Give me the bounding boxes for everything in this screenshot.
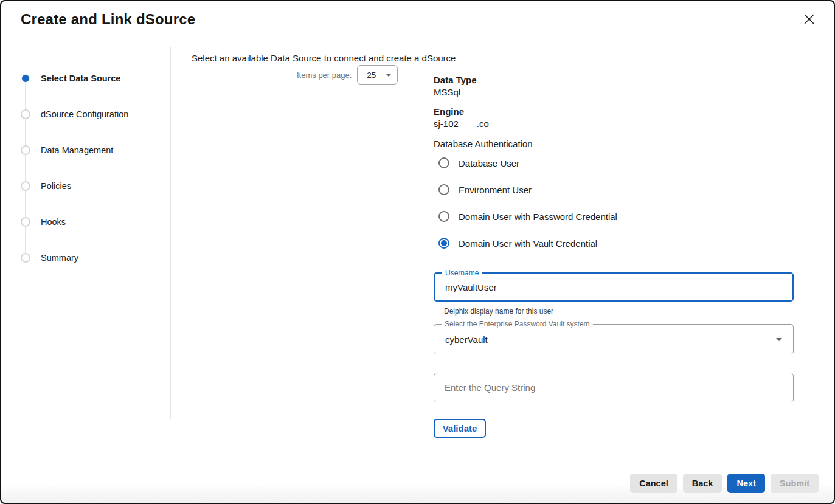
query-string-input[interactable] (434, 373, 793, 402)
header-divider (1, 47, 834, 47)
sidebar-step-select-data-source[interactable]: Select Data Source (21, 69, 120, 88)
step-label: Select Data Source (41, 74, 120, 83)
page-title: Create and Link dSource (21, 11, 195, 28)
radio-unselected-icon (438, 157, 449, 168)
data-type-label: Data Type (434, 75, 477, 85)
items-per-page-select[interactable]: 25 (357, 65, 398, 85)
radio-database-user[interactable]: Database User (438, 156, 519, 170)
items-per-page-label: Items per page: (297, 71, 352, 80)
step-label: dSource Configuration (41, 109, 128, 119)
sidebar-step-dsource-configuration[interactable]: dSource Configuration (21, 105, 128, 123)
sidebar-step-hooks[interactable]: Hooks (21, 213, 66, 231)
radio-unselected-icon (438, 184, 449, 195)
step-dot-icon (21, 109, 30, 119)
step-label: Summary (41, 253, 78, 263)
step-dot-icon (21, 253, 30, 263)
validate-button[interactable]: Validate (434, 419, 486, 438)
create-dsource-dialog: Create and Link dSource Select Data Sour… (0, 0, 835, 504)
close-icon (803, 13, 816, 27)
vertical-divider (170, 47, 171, 419)
vault-system-label: Select the Enterprise Password Vault sys… (442, 320, 593, 328)
pagination-controls: Items per page: 25 (297, 65, 398, 85)
step-label: Data Management (41, 145, 113, 155)
sidebar-step-summary[interactable]: Summary (21, 249, 78, 267)
data-type-value: MSSql (434, 87, 460, 97)
step-dot-icon (21, 217, 30, 227)
step-active-dot-icon (21, 74, 30, 83)
step-label: Policies (41, 181, 71, 191)
content-subtitle: Select an available Data Source to conne… (192, 53, 456, 63)
close-button[interactable] (800, 11, 818, 29)
step-label: Hooks (41, 217, 66, 227)
username-input[interactable] (435, 274, 792, 300)
back-button[interactable]: Back (683, 474, 722, 493)
username-field-label: Username (442, 269, 482, 277)
cancel-button[interactable]: Cancel (630, 474, 677, 493)
query-string-field-container (434, 373, 794, 402)
radio-unselected-icon (438, 211, 449, 222)
engine-label: Engine (434, 106, 464, 117)
vault-system-value: cyberVault (445, 334, 488, 345)
radio-domain-user-vault[interactable]: Domain User with Vault Credential (438, 236, 597, 250)
items-per-page-value: 25 (367, 71, 376, 80)
step-dot-icon (21, 181, 30, 191)
next-button[interactable]: Next (727, 474, 764, 493)
sidebar-step-data-management[interactable]: Data Management (21, 141, 113, 159)
radio-domain-user-password[interactable]: Domain User with Password Credential (438, 210, 617, 223)
radio-selected-icon (438, 238, 449, 249)
step-dot-icon (21, 145, 30, 155)
vault-system-select[interactable]: Select the Enterprise Password Vault sys… (434, 324, 794, 354)
username-field-container: Username (434, 272, 794, 302)
username-helper-text: Delphix display name for this user (444, 307, 553, 316)
database-authentication-heading: Database Authentication (434, 139, 533, 149)
radio-environment-user[interactable]: Environment User (438, 183, 532, 196)
submit-button[interactable]: Submit (771, 474, 819, 493)
footer-actions: Cancel Back Next Submit (630, 474, 819, 493)
chevron-down-icon (386, 74, 392, 77)
engine-value: sj-102.co (434, 119, 489, 129)
sidebar-step-policies[interactable]: Policies (21, 177, 71, 195)
chevron-down-icon (776, 338, 782, 341)
